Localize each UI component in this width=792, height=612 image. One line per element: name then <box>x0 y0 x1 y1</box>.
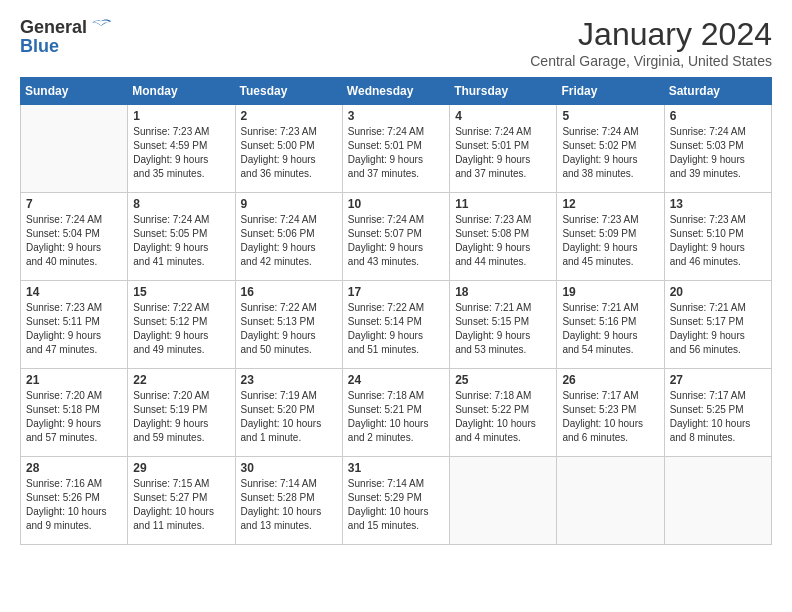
calendar-day-cell: 10Sunrise: 7:24 AM Sunset: 5:07 PM Dayli… <box>342 193 449 281</box>
day-number: 6 <box>670 109 766 123</box>
calendar-day-cell <box>21 105 128 193</box>
day-info: Sunrise: 7:21 AM Sunset: 5:17 PM Dayligh… <box>670 301 766 357</box>
calendar-day-cell: 14Sunrise: 7:23 AM Sunset: 5:11 PM Dayli… <box>21 281 128 369</box>
calendar-day-cell: 18Sunrise: 7:21 AM Sunset: 5:15 PM Dayli… <box>450 281 557 369</box>
day-info: Sunrise: 7:17 AM Sunset: 5:23 PM Dayligh… <box>562 389 658 445</box>
calendar-day-cell: 22Sunrise: 7:20 AM Sunset: 5:19 PM Dayli… <box>128 369 235 457</box>
day-info: Sunrise: 7:19 AM Sunset: 5:20 PM Dayligh… <box>241 389 337 445</box>
calendar-week-row: 28Sunrise: 7:16 AM Sunset: 5:26 PM Dayli… <box>21 457 772 545</box>
day-number: 14 <box>26 285 122 299</box>
logo-general-text: General <box>20 18 87 38</box>
calendar-day-cell: 19Sunrise: 7:21 AM Sunset: 5:16 PM Dayli… <box>557 281 664 369</box>
calendar-week-row: 7Sunrise: 7:24 AM Sunset: 5:04 PM Daylig… <box>21 193 772 281</box>
weekday-header-monday: Monday <box>128 78 235 105</box>
calendar-day-cell: 29Sunrise: 7:15 AM Sunset: 5:27 PM Dayli… <box>128 457 235 545</box>
location-subtitle: Central Garage, Virginia, United States <box>530 53 772 69</box>
day-number: 25 <box>455 373 551 387</box>
day-info: Sunrise: 7:18 AM Sunset: 5:21 PM Dayligh… <box>348 389 444 445</box>
calendar-day-cell: 31Sunrise: 7:14 AM Sunset: 5:29 PM Dayli… <box>342 457 449 545</box>
calendar-day-cell: 24Sunrise: 7:18 AM Sunset: 5:21 PM Dayli… <box>342 369 449 457</box>
day-info: Sunrise: 7:24 AM Sunset: 5:06 PM Dayligh… <box>241 213 337 269</box>
calendar-day-cell: 6Sunrise: 7:24 AM Sunset: 5:03 PM Daylig… <box>664 105 771 193</box>
day-info: Sunrise: 7:24 AM Sunset: 5:02 PM Dayligh… <box>562 125 658 181</box>
weekday-header-sunday: Sunday <box>21 78 128 105</box>
day-number: 19 <box>562 285 658 299</box>
calendar-day-cell: 13Sunrise: 7:23 AM Sunset: 5:10 PM Dayli… <box>664 193 771 281</box>
calendar-day-cell: 21Sunrise: 7:20 AM Sunset: 5:18 PM Dayli… <box>21 369 128 457</box>
day-info: Sunrise: 7:20 AM Sunset: 5:19 PM Dayligh… <box>133 389 229 445</box>
day-info: Sunrise: 7:14 AM Sunset: 5:29 PM Dayligh… <box>348 477 444 533</box>
day-number: 31 <box>348 461 444 475</box>
calendar-day-cell: 1Sunrise: 7:23 AM Sunset: 4:59 PM Daylig… <box>128 105 235 193</box>
day-info: Sunrise: 7:23 AM Sunset: 5:10 PM Dayligh… <box>670 213 766 269</box>
calendar-day-cell: 17Sunrise: 7:22 AM Sunset: 5:14 PM Dayli… <box>342 281 449 369</box>
day-info: Sunrise: 7:22 AM Sunset: 5:12 PM Dayligh… <box>133 301 229 357</box>
weekday-header-thursday: Thursday <box>450 78 557 105</box>
day-number: 20 <box>670 285 766 299</box>
day-info: Sunrise: 7:24 AM Sunset: 5:04 PM Dayligh… <box>26 213 122 269</box>
day-info: Sunrise: 7:21 AM Sunset: 5:16 PM Dayligh… <box>562 301 658 357</box>
weekday-header-row: SundayMondayTuesdayWednesdayThursdayFrid… <box>21 78 772 105</box>
day-info: Sunrise: 7:18 AM Sunset: 5:22 PM Dayligh… <box>455 389 551 445</box>
day-info: Sunrise: 7:24 AM Sunset: 5:01 PM Dayligh… <box>455 125 551 181</box>
day-number: 16 <box>241 285 337 299</box>
calendar-day-cell: 15Sunrise: 7:22 AM Sunset: 5:12 PM Dayli… <box>128 281 235 369</box>
calendar-day-cell <box>557 457 664 545</box>
day-number: 10 <box>348 197 444 211</box>
day-number: 13 <box>670 197 766 211</box>
logo-bird-icon <box>89 16 113 40</box>
calendar-day-cell: 9Sunrise: 7:24 AM Sunset: 5:06 PM Daylig… <box>235 193 342 281</box>
day-number: 7 <box>26 197 122 211</box>
day-info: Sunrise: 7:23 AM Sunset: 5:08 PM Dayligh… <box>455 213 551 269</box>
calendar-day-cell: 20Sunrise: 7:21 AM Sunset: 5:17 PM Dayli… <box>664 281 771 369</box>
calendar-day-cell: 4Sunrise: 7:24 AM Sunset: 5:01 PM Daylig… <box>450 105 557 193</box>
calendar-day-cell: 30Sunrise: 7:14 AM Sunset: 5:28 PM Dayli… <box>235 457 342 545</box>
calendar-day-cell: 28Sunrise: 7:16 AM Sunset: 5:26 PM Dayli… <box>21 457 128 545</box>
calendar-day-cell <box>450 457 557 545</box>
calendar-day-cell: 5Sunrise: 7:24 AM Sunset: 5:02 PM Daylig… <box>557 105 664 193</box>
day-number: 9 <box>241 197 337 211</box>
day-number: 18 <box>455 285 551 299</box>
calendar-day-cell: 27Sunrise: 7:17 AM Sunset: 5:25 PM Dayli… <box>664 369 771 457</box>
day-info: Sunrise: 7:22 AM Sunset: 5:13 PM Dayligh… <box>241 301 337 357</box>
weekday-header-friday: Friday <box>557 78 664 105</box>
day-info: Sunrise: 7:24 AM Sunset: 5:05 PM Dayligh… <box>133 213 229 269</box>
calendar-day-cell: 7Sunrise: 7:24 AM Sunset: 5:04 PM Daylig… <box>21 193 128 281</box>
day-info: Sunrise: 7:15 AM Sunset: 5:27 PM Dayligh… <box>133 477 229 533</box>
day-number: 11 <box>455 197 551 211</box>
day-number: 24 <box>348 373 444 387</box>
page-header: General Blue January 2024 Central Garage… <box>20 16 772 69</box>
month-title: January 2024 <box>530 16 772 53</box>
day-number: 28 <box>26 461 122 475</box>
calendar-day-cell: 12Sunrise: 7:23 AM Sunset: 5:09 PM Dayli… <box>557 193 664 281</box>
day-number: 8 <box>133 197 229 211</box>
day-info: Sunrise: 7:20 AM Sunset: 5:18 PM Dayligh… <box>26 389 122 445</box>
calendar-week-row: 21Sunrise: 7:20 AM Sunset: 5:18 PM Dayli… <box>21 369 772 457</box>
weekday-header-saturday: Saturday <box>664 78 771 105</box>
calendar-week-row: 1Sunrise: 7:23 AM Sunset: 4:59 PM Daylig… <box>21 105 772 193</box>
day-number: 3 <box>348 109 444 123</box>
calendar-day-cell: 2Sunrise: 7:23 AM Sunset: 5:00 PM Daylig… <box>235 105 342 193</box>
day-number: 4 <box>455 109 551 123</box>
calendar-day-cell <box>664 457 771 545</box>
day-number: 12 <box>562 197 658 211</box>
day-number: 30 <box>241 461 337 475</box>
day-number: 21 <box>26 373 122 387</box>
day-info: Sunrise: 7:21 AM Sunset: 5:15 PM Dayligh… <box>455 301 551 357</box>
day-number: 27 <box>670 373 766 387</box>
day-info: Sunrise: 7:23 AM Sunset: 4:59 PM Dayligh… <box>133 125 229 181</box>
day-info: Sunrise: 7:23 AM Sunset: 5:00 PM Dayligh… <box>241 125 337 181</box>
day-number: 1 <box>133 109 229 123</box>
day-number: 29 <box>133 461 229 475</box>
day-info: Sunrise: 7:16 AM Sunset: 5:26 PM Dayligh… <box>26 477 122 533</box>
day-info: Sunrise: 7:17 AM Sunset: 5:25 PM Dayligh… <box>670 389 766 445</box>
day-info: Sunrise: 7:14 AM Sunset: 5:28 PM Dayligh… <box>241 477 337 533</box>
logo: General Blue <box>20 16 113 57</box>
day-number: 5 <box>562 109 658 123</box>
calendar-day-cell: 23Sunrise: 7:19 AM Sunset: 5:20 PM Dayli… <box>235 369 342 457</box>
calendar-day-cell: 11Sunrise: 7:23 AM Sunset: 5:08 PM Dayli… <box>450 193 557 281</box>
day-number: 22 <box>133 373 229 387</box>
day-number: 23 <box>241 373 337 387</box>
day-info: Sunrise: 7:24 AM Sunset: 5:07 PM Dayligh… <box>348 213 444 269</box>
day-info: Sunrise: 7:22 AM Sunset: 5:14 PM Dayligh… <box>348 301 444 357</box>
